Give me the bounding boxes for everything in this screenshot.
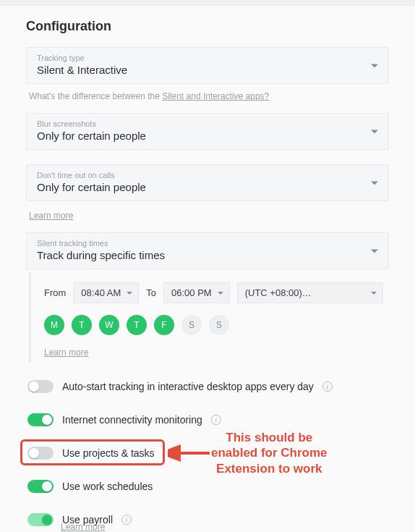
timezone-dropdown[interactable]: (UTC +08:00)… (237, 282, 383, 303)
info-icon[interactable]: i (322, 381, 333, 392)
silent-times-subpanel: From 08:40 AM To 06:00 PM (UTC +08:00)… … (29, 272, 389, 363)
schedules-label: Use work schedules (62, 481, 153, 492)
chevron-down-icon (371, 181, 378, 185)
internet-label: Internet connectivity monitoring (62, 414, 202, 426)
to-time-value: 06:00 PM (171, 287, 212, 298)
day-sun[interactable]: S (209, 315, 229, 335)
silent-times-value: Track during specific times (37, 249, 378, 261)
timeout-learn-more-link[interactable]: Learn more (29, 211, 73, 221)
tracking-type-helper: What's the difference between the Silent… (29, 91, 389, 101)
autostart-label: Auto-start tracking in interactive deskt… (62, 381, 314, 392)
chevron-down-icon (371, 130, 378, 133)
tracking-type-label: Tracking type (37, 54, 378, 62)
day-tue[interactable]: T (72, 315, 92, 335)
silent-interactive-link[interactable]: Silent and Interactive apps? (162, 91, 269, 101)
projects-toggle[interactable] (27, 447, 54, 460)
internet-toggle-row: Internet connectivity monitoring i (26, 410, 389, 429)
timezone-value: (UTC +08:00)… (245, 287, 312, 298)
day-fri[interactable]: F (154, 315, 174, 335)
timeout-calls-dropdown[interactable]: Don't time out on calls Only for certain… (26, 164, 389, 201)
schedules-toggle-row: Use work schedules (26, 477, 389, 496)
chevron-down-icon (371, 249, 378, 253)
internet-toggle[interactable] (27, 413, 54, 426)
autostart-toggle-row: Auto-start tracking in interactive deskt… (26, 377, 389, 396)
timeout-value: Only for certain people (37, 181, 378, 193)
silent-times-dropdown[interactable]: Silent tracking times Track during speci… (26, 232, 389, 269)
blur-label: Blur screenshots (37, 119, 378, 128)
autostart-toggle[interactable] (27, 380, 54, 393)
day-sat[interactable]: S (181, 315, 202, 335)
from-label: From (44, 287, 66, 298)
payroll-toggle[interactable] (27, 513, 54, 526)
chevron-down-icon (127, 292, 132, 295)
helper-prefix: What's the difference between the (29, 91, 162, 101)
page-title: Configuration (26, 19, 389, 34)
time-row: From 08:40 AM To 06:00 PM (UTC +08:00)… (44, 282, 383, 303)
silent-times-learn-more-link[interactable]: Learn more (44, 347, 88, 358)
projects-toggle-row: Use projects & tasks (26, 444, 389, 463)
configuration-panel: Configuration Tracking type Silent & Int… (0, 6, 415, 532)
tracking-type-dropdown[interactable]: Tracking type Silent & Interactive (26, 47, 389, 84)
blur-screenshots-dropdown[interactable]: Blur screenshots Only for certain people (26, 113, 389, 150)
to-time-dropdown[interactable]: 06:00 PM (163, 282, 230, 303)
chevron-down-icon (371, 292, 377, 295)
day-thu[interactable]: T (127, 315, 147, 335)
from-time-dropdown[interactable]: 08:40 AM (73, 282, 139, 303)
info-icon[interactable]: i (211, 415, 221, 425)
day-wed[interactable]: W (99, 315, 119, 335)
chevron-down-icon (371, 64, 378, 67)
blur-value: Only for certain people (37, 130, 378, 142)
silent-times-label: Silent tracking times (37, 239, 378, 248)
chevron-down-icon (218, 292, 223, 295)
from-time-value: 08:40 AM (81, 287, 121, 298)
projects-label: Use projects & tasks (62, 447, 155, 459)
tracking-type-value: Silent & Interactive (37, 64, 378, 76)
days-of-week: M T W T F S S (44, 315, 383, 335)
schedules-toggle[interactable] (27, 480, 54, 493)
payroll-toggle-row: Use payroll i (26, 510, 389, 529)
payroll-label: Use payroll (62, 514, 113, 525)
window-top-bar (0, 0, 415, 6)
info-icon[interactable]: i (121, 515, 132, 525)
to-label: To (146, 287, 156, 298)
timeout-label: Don't time out on calls (37, 171, 378, 180)
day-mon[interactable]: M (44, 315, 64, 335)
